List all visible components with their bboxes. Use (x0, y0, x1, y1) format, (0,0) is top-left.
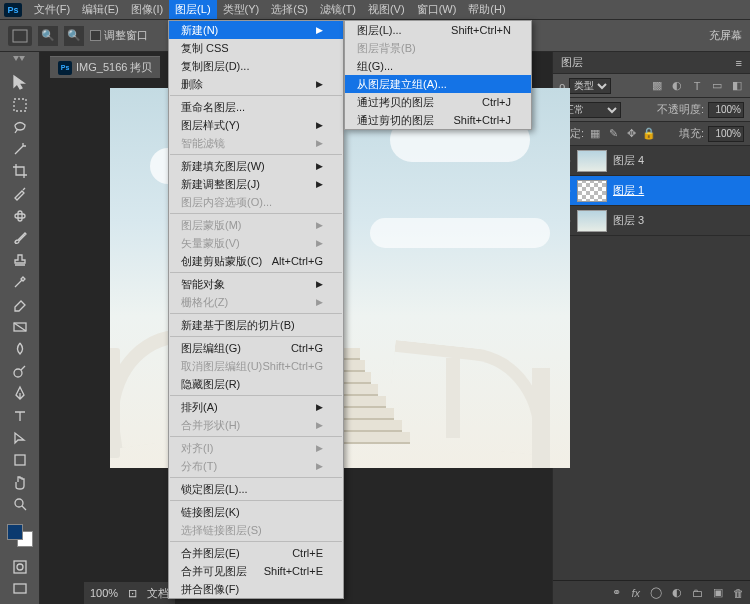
adjustment-icon[interactable]: ◐ (672, 586, 682, 599)
link-layers-icon[interactable]: ⚭ (612, 586, 621, 599)
layers-panel-tab[interactable]: 图层 ≡ (553, 52, 750, 74)
hand-tool-icon[interactable] (7, 472, 33, 492)
filter-adjust-icon[interactable]: ◐ (670, 79, 684, 93)
menu-滤镜(T)[interactable]: 滤镜(T) (314, 0, 362, 19)
quickmask-icon[interactable] (7, 556, 33, 576)
menu-item-对齐(I): 对齐(I)▶ (169, 439, 343, 457)
delete-layer-icon[interactable]: 🗑 (733, 587, 744, 599)
zoom-tool-icon[interactable] (7, 494, 33, 514)
group-icon[interactable]: 🗀 (692, 587, 703, 599)
dodge-tool-icon[interactable] (7, 361, 33, 381)
history-brush-tool-icon[interactable] (7, 272, 33, 292)
menu-item-新建填充图层(W)[interactable]: 新建填充图层(W)▶ (169, 157, 343, 175)
menu-item-新建调整图层(J)[interactable]: 新建调整图层(J)▶ (169, 175, 343, 193)
menu-编辑(E)[interactable]: 编辑(E) (76, 0, 125, 19)
layer-thumbnail (577, 210, 607, 232)
gradient-tool-icon[interactable] (7, 317, 33, 337)
menu-item-删除[interactable]: 删除▶ (169, 75, 343, 93)
eraser-tool-icon[interactable] (7, 294, 33, 314)
menu-窗口(W)[interactable]: 窗口(W) (411, 0, 463, 19)
zoom-in-icon[interactable]: 🔍 (38, 26, 58, 46)
resize-window-checkbox[interactable]: 调整窗口 (90, 28, 148, 43)
svg-rect-2 (15, 214, 25, 218)
lock-trans-icon[interactable]: ▦ (588, 127, 602, 141)
filter-shape-icon[interactable]: ▭ (710, 79, 724, 93)
filter-pixel-icon[interactable]: ▩ (650, 79, 664, 93)
menu-item-排列(A)[interactable]: 排列(A)▶ (169, 398, 343, 416)
layer-row[interactable]: 图层 4 (553, 146, 750, 176)
blend-opacity-row: 正常 不透明度: (553, 98, 750, 122)
layer-row[interactable]: 图层 3 (553, 206, 750, 236)
menu-item-新建(N)[interactable]: 新建(N)▶ (169, 21, 343, 39)
menu-图层(L)[interactable]: 图层(L) (169, 0, 216, 19)
mask-icon[interactable]: ◯ (650, 586, 662, 599)
kind-select[interactable]: 类型 (569, 78, 611, 94)
document-title: IMG_5166 拷贝 (76, 60, 152, 75)
color-swatches[interactable] (7, 524, 33, 548)
menu-item-图层编组(G)[interactable]: 图层编组(G)Ctrl+G (169, 339, 343, 357)
stamp-tool-icon[interactable] (7, 250, 33, 270)
new-layer-icon[interactable]: ▣ (713, 586, 723, 599)
svg-rect-6 (15, 455, 25, 465)
menu-item-从图层建立组(A)...[interactable]: 从图层建立组(A)... (345, 75, 531, 93)
menu-item-锁定图层(L)...[interactable]: 锁定图层(L)... (169, 480, 343, 498)
crop-tool-icon[interactable] (7, 161, 33, 181)
heal-tool-icon[interactable] (7, 206, 33, 226)
fx-icon[interactable]: fx (631, 587, 640, 599)
lasso-tool-icon[interactable] (7, 117, 33, 137)
menu-item-创建剪贴蒙版(C)[interactable]: 创建剪贴蒙版(C)Alt+Ctrl+G (169, 252, 343, 270)
opacity-input[interactable] (708, 102, 744, 118)
menu-类型(Y)[interactable]: 类型(Y) (217, 0, 266, 19)
screenmode-icon[interactable] (7, 579, 33, 599)
menu-文件(F)[interactable]: 文件(F) (28, 0, 76, 19)
menu-item-图层样式(Y)[interactable]: 图层样式(Y)▶ (169, 116, 343, 134)
eyedropper-tool-icon[interactable] (7, 183, 33, 203)
filter-smart-icon[interactable]: ◧ (730, 79, 744, 93)
menu-item-重命名图层...[interactable]: 重命名图层... (169, 98, 343, 116)
menu-item-复制图层(D)...[interactable]: 复制图层(D)... (169, 57, 343, 75)
new-submenu-dropdown: 图层(L)...Shift+Ctrl+N图层背景(B)组(G)...从图层建立组… (344, 20, 532, 130)
footer-icon: ⊡ (128, 587, 137, 600)
menu-item-图层蒙版(M): 图层蒙版(M)▶ (169, 216, 343, 234)
menu-item-图层(L)...[interactable]: 图层(L)...Shift+Ctrl+N (345, 21, 531, 39)
marquee-tool-icon[interactable] (7, 94, 33, 114)
footer-doc-label: 文档 (147, 586, 169, 601)
menu-item-合并可见图层[interactable]: 合并可见图层Shift+Ctrl+E (169, 562, 343, 580)
move-tool-icon[interactable] (7, 72, 33, 92)
menu-item-智能对象[interactable]: 智能对象▶ (169, 275, 343, 293)
lock-paint-icon[interactable]: ✎ (606, 127, 620, 141)
menu-item-新建基于图层的切片(B)[interactable]: 新建基于图层的切片(B) (169, 316, 343, 334)
menu-item-复制 CSS[interactable]: 复制 CSS (169, 39, 343, 57)
fill-input[interactable] (708, 126, 744, 142)
menu-item-拼合图像(F)[interactable]: 拼合图像(F) (169, 580, 343, 598)
menu-item-合并图层(E)[interactable]: 合并图层(E)Ctrl+E (169, 544, 343, 562)
menu-选择(S)[interactable]: 选择(S) (265, 0, 314, 19)
lock-pos-icon[interactable]: ✥ (624, 127, 638, 141)
brush-tool-icon[interactable] (7, 228, 33, 248)
filter-type-icon[interactable]: T (690, 79, 704, 93)
menu-item-隐藏图层(R)[interactable]: 隐藏图层(R) (169, 375, 343, 393)
menu-item-链接图层(K)[interactable]: 链接图层(K) (169, 503, 343, 521)
layer-thumbnail (577, 180, 607, 202)
menu-item-组(G)...[interactable]: 组(G)... (345, 57, 531, 75)
layers-panel: 图层 ≡ ρ类型 ▩ ◐ T ▭ ◧ 正常 不透明度: 锁定: ▦ ✎ ✥ 🔒 … (552, 52, 750, 604)
path-select-tool-icon[interactable] (7, 428, 33, 448)
layer-row[interactable]: 图层 1 (553, 176, 750, 206)
menu-视图(V)[interactable]: 视图(V) (362, 0, 411, 19)
document-tab[interactable]: Ps IMG_5166 拷贝 (50, 56, 160, 78)
pen-tool-icon[interactable] (7, 383, 33, 403)
svg-rect-10 (14, 584, 26, 593)
photoshop-logo: Ps (4, 3, 22, 17)
menu-item-通过拷贝的图层[interactable]: 通过拷贝的图层Ctrl+J (345, 93, 531, 111)
type-tool-icon[interactable] (7, 405, 33, 425)
panel-menu-icon[interactable]: ≡ (736, 57, 742, 69)
blur-tool-icon[interactable] (7, 339, 33, 359)
fill-screen-label: 充屏幕 (709, 28, 742, 43)
menu-图像(I)[interactable]: 图像(I) (125, 0, 169, 19)
wand-tool-icon[interactable] (7, 139, 33, 159)
zoom-out-icon[interactable]: 🔍 (64, 26, 84, 46)
lock-all-icon[interactable]: 🔒 (642, 127, 656, 141)
menu-item-通过剪切的图层[interactable]: 通过剪切的图层Shift+Ctrl+J (345, 111, 531, 129)
menu-帮助(H)[interactable]: 帮助(H) (462, 0, 511, 19)
shape-tool-icon[interactable] (7, 450, 33, 470)
